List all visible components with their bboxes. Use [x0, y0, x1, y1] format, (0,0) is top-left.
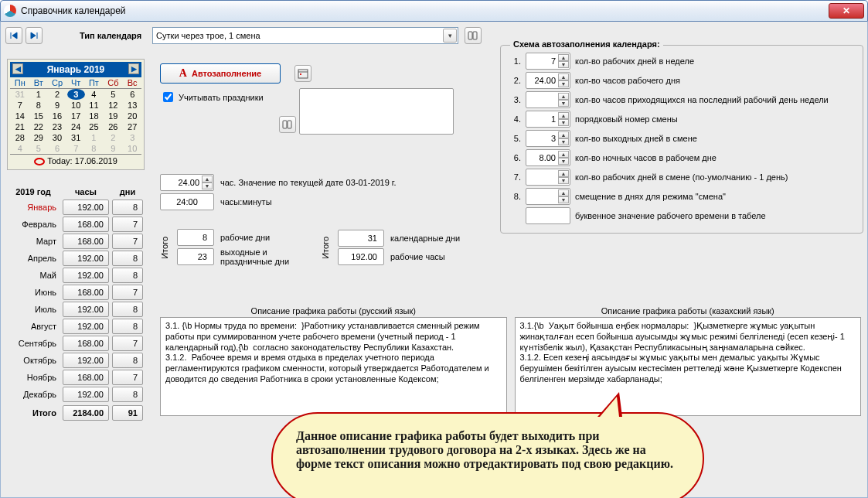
day-cell[interactable]: 16	[47, 111, 67, 121]
day-cell[interactable]: 31	[67, 132, 85, 143]
day-cell[interactable]: 3	[123, 132, 141, 143]
day-cell[interactable]: 1	[30, 89, 47, 101]
day-cell[interactable]: 8	[30, 100, 47, 111]
next-month-button[interactable]: ▶	[128, 63, 139, 74]
month-hours-cell[interactable]: 168.00	[63, 336, 109, 351]
spinner[interactable]: ▲▼	[558, 189, 569, 203]
day-cell[interactable]: 29	[30, 132, 47, 143]
next-record-button[interactable]	[26, 27, 43, 44]
day-cell[interactable]: 12	[103, 100, 123, 111]
desc-textarea-kz[interactable]: 3.1.{\b Уақыт бойынша еңбек нормалары: }…	[515, 317, 862, 416]
day-cell[interactable]: 23	[47, 121, 67, 132]
month-days-cell[interactable]: 8	[112, 268, 143, 283]
spinner[interactable]: ▲▼	[558, 54, 569, 68]
day-cell[interactable]: 11	[85, 100, 104, 111]
month-days-cell[interactable]: 8	[112, 353, 143, 368]
scheme-value-input[interactable]: 3▲▼	[526, 130, 570, 147]
spinner[interactable]: ▲▼	[558, 170, 569, 184]
day-cell[interactable]: 10	[123, 143, 141, 154]
day-cell[interactable]: 13	[123, 100, 141, 111]
day-cell[interactable]: 4	[85, 89, 104, 101]
month-days-cell[interactable]: 7	[112, 217, 143, 232]
day-cell[interactable]: 2	[47, 89, 67, 101]
month-days-cell[interactable]: 7	[112, 234, 143, 249]
day-cell[interactable]: 2	[103, 132, 123, 143]
month-days-cell[interactable]: 7	[112, 336, 143, 351]
month-days-cell[interactable]: 8	[112, 387, 143, 402]
day-cell[interactable]: 19	[103, 111, 123, 121]
day-cell[interactable]: 25	[85, 121, 104, 132]
day-cell[interactable]: 1	[85, 132, 104, 143]
day-cell[interactable]: 15	[30, 111, 47, 121]
day-cell[interactable]: 24	[67, 121, 85, 132]
scheme-value-input[interactable]: 24.00▲▼	[526, 72, 570, 89]
spinner[interactable]: ▲▼	[558, 131, 569, 145]
day-cell[interactable]: 7	[10, 100, 30, 111]
day-cell[interactable]: 5	[103, 89, 123, 101]
day-cell[interactable]: 30	[47, 132, 67, 143]
prev-month-button[interactable]: ◀	[12, 63, 23, 74]
close-button[interactable]: ✕	[829, 3, 864, 19]
month-hours-cell[interactable]: 192.00	[63, 251, 109, 266]
calendar-grid[interactable]: ПнВтСрЧтПтСбВс 3112345678910111213141516…	[10, 77, 141, 154]
month-days-cell[interactable]: 8	[112, 200, 143, 215]
holidays-checkbox[interactable]: Учитывать праздники	[160, 90, 264, 104]
day-cell[interactable]: 26	[103, 121, 123, 132]
holidays-checkbox-input[interactable]	[163, 92, 173, 102]
day-cell[interactable]: 9	[47, 100, 67, 111]
hours-value-input[interactable]: 24.00 ▲▼	[160, 174, 214, 191]
month-hours-cell[interactable]: 192.00	[63, 387, 109, 402]
day-cell[interactable]: 10	[67, 100, 85, 111]
desc-textarea-ru[interactable]: 3.1. {\b Нормы труда по времени: }Работн…	[160, 317, 507, 416]
day-cell[interactable]: 7	[67, 143, 85, 154]
day-cell[interactable]: 4	[10, 143, 30, 154]
lookup-button[interactable]	[465, 27, 482, 44]
scheme-value-input[interactable]: 1▲▼	[526, 111, 570, 128]
day-cell[interactable]: 17	[67, 111, 85, 121]
day-cell[interactable]: 3	[67, 89, 85, 101]
scheme-value-input[interactable]: 8.00▲▼	[526, 149, 570, 166]
day-cell[interactable]: 5	[30, 143, 47, 154]
spinner[interactable]: ▲▼	[558, 93, 569, 107]
prev-record-button[interactable]	[5, 27, 22, 44]
month-days-cell[interactable]: 7	[112, 370, 143, 385]
dropdown-arrow-icon[interactable]	[443, 29, 457, 43]
month-hours-cell[interactable]: 168.00	[63, 370, 109, 385]
day-cell[interactable]: 18	[85, 111, 104, 121]
day-cell[interactable]: 31	[10, 89, 30, 101]
spinner[interactable]: ▲▼	[558, 151, 569, 165]
day-cell[interactable]: 8	[85, 143, 104, 154]
day-cell[interactable]: 22	[30, 121, 47, 132]
day-cell[interactable]: 27	[123, 121, 141, 132]
spinner[interactable]: ▲▼	[558, 112, 569, 126]
month-hours-cell[interactable]: 192.00	[63, 302, 109, 317]
month-days-cell[interactable]: 8	[112, 251, 143, 266]
spinner[interactable]: ▲▼	[202, 176, 213, 189]
scheme-value-input[interactable]: ▲▼	[526, 188, 570, 205]
day-cell[interactable]: 14	[10, 111, 30, 121]
month-hours-cell[interactable]: 168.00	[63, 234, 109, 249]
month-hours-cell[interactable]: 192.00	[63, 319, 109, 334]
month-hours-cell[interactable]: 168.00	[63, 285, 109, 300]
day-cell[interactable]: 6	[123, 89, 141, 101]
month-hours-cell[interactable]: 192.00	[63, 353, 109, 368]
today-row[interactable]: Today: 17.06.2019	[10, 154, 141, 167]
month-days-cell[interactable]: 8	[112, 302, 143, 317]
month-hours-cell[interactable]: 192.00	[63, 200, 109, 215]
date-picker-button[interactable]	[294, 65, 311, 82]
notes-box[interactable]	[299, 88, 454, 135]
month-days-cell[interactable]: 7	[112, 285, 143, 300]
day-cell[interactable]: 6	[47, 143, 67, 154]
notes-lookup-button[interactable]	[279, 116, 296, 133]
day-cell[interactable]: 28	[10, 132, 30, 143]
day-cell[interactable]: 9	[103, 143, 123, 154]
autofill-button[interactable]: A Автозаполнение	[160, 63, 281, 84]
month-hours-cell[interactable]: 168.00	[63, 217, 109, 232]
scheme-value-input[interactable]: ▲▼	[526, 91, 570, 108]
month-days-cell[interactable]: 8	[112, 319, 143, 334]
day-cell[interactable]: 21	[10, 121, 30, 132]
day-cell[interactable]: 20	[123, 111, 141, 121]
calendar-type-dropdown[interactable]: Сутки через трое, 1 смена	[152, 27, 458, 44]
scheme-value-box[interactable]	[526, 207, 570, 224]
month-hours-cell[interactable]: 192.00	[63, 268, 109, 283]
